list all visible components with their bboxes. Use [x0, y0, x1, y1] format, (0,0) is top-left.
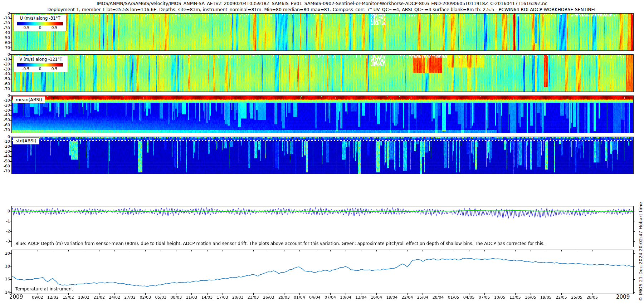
- y-tick-mark: [10, 292, 11, 293]
- x-tick-mark: [561, 293, 562, 295]
- y-tick-label: 18: [0, 264, 10, 269]
- y-tick-mark: [633, 253, 635, 254]
- depth-tick-label: -60: [0, 40, 10, 45]
- y-tick-mark: [633, 292, 635, 293]
- depth-tick-label: -50: [0, 35, 10, 40]
- depth-tick-label: -30: [0, 26, 10, 30]
- depth-tick-label: -30: [0, 67, 10, 72]
- y-tick-label: 16: [0, 277, 10, 281]
- y-tick-mark: [10, 151, 11, 152]
- y-tick-mark: [10, 279, 11, 280]
- depth-tick-label: 0: [0, 11, 10, 16]
- x-tick-mark: [361, 293, 361, 295]
- depth-tick-label: 0: [0, 52, 10, 57]
- y-tick-label: 20: [0, 251, 10, 256]
- date-tick-label: 29/03: [278, 295, 290, 300]
- panel-u-velocity: [11, 13, 634, 51]
- x-tick-mark: [376, 293, 377, 295]
- x-tick-mark: [299, 293, 300, 295]
- v-colorbar-tick-label: 0: [39, 67, 42, 71]
- x-tick-mark: [407, 293, 408, 295]
- depth-tick-label: -30: [0, 149, 10, 154]
- v-velocity-heatmap: [12, 55, 633, 92]
- date-tick-label: 13/05: [509, 295, 521, 300]
- date-tick-label: 19/04: [386, 295, 397, 300]
- y-tick-mark: [10, 166, 11, 166]
- y-tick-mark: [10, 110, 11, 111]
- y-tick-mark: [10, 221, 11, 221]
- mean-absi-heatmap: [12, 96, 633, 133]
- y-tick-mark: [633, 279, 635, 280]
- depth-tick-label: 0: [0, 134, 10, 139]
- adcp-mooring-figure: IMOS/ANMN/SA/SAM6IS/Velocity/IMOS_ANMN-S…: [0, 0, 644, 304]
- depth-tick-label: -50: [0, 159, 10, 163]
- y-tick-label: 0: [0, 209, 10, 214]
- depth-tick-label: -70: [0, 45, 10, 50]
- x-tick-mark: [284, 293, 284, 295]
- depth-tick-label: -40: [0, 113, 10, 117]
- panel-std-absi: [11, 137, 634, 174]
- y-tick-mark: [633, 211, 635, 211]
- y-tick-mark: [10, 171, 11, 171]
- u-colorbar: [17, 22, 63, 25]
- x-tick-mark: [438, 293, 438, 295]
- y-tick-label: 14: [0, 290, 10, 295]
- x-tick-mark: [392, 293, 392, 295]
- depth-tick-label: -10: [0, 98, 10, 103]
- x-tick-mark: [238, 293, 238, 295]
- date-tick-label: 22/04: [402, 295, 413, 300]
- depth-tick-label: -60: [0, 164, 10, 168]
- date-tick-label: 10/05: [494, 295, 506, 300]
- x-tick-mark: [500, 293, 500, 295]
- x-tick-mark: [161, 293, 161, 295]
- date-tick-label: 13/04: [355, 295, 367, 300]
- panel-depth-variation: Blue: ADCP Depth (m) variation from sens…: [11, 206, 634, 247]
- x-tick-mark: [469, 293, 469, 295]
- y-tick-mark: [10, 95, 11, 96]
- x-tick-mark: [546, 293, 546, 295]
- x-tick-mark: [454, 293, 454, 295]
- date-tick-label: 04/04: [309, 295, 321, 300]
- depth-tick-label: -30: [0, 108, 10, 113]
- date-tick-label: 17/03: [217, 295, 228, 300]
- date-tick-label: 20/03: [232, 295, 244, 300]
- y-tick-mark: [10, 18, 11, 19]
- y-tick-mark: [10, 13, 11, 14]
- y-tick-mark: [10, 84, 11, 84]
- x-tick-mark: [269, 293, 269, 295]
- depth-tick-label: -40: [0, 154, 10, 158]
- y-tick-mark: [10, 231, 11, 232]
- y-tick-mark: [633, 221, 635, 221]
- x-tick-mark: [423, 293, 423, 295]
- x-tick-mark: [484, 293, 485, 295]
- date-tick-label: 24/02: [109, 295, 120, 300]
- y-tick-mark: [10, 161, 11, 162]
- date-tick-label: 25/04: [417, 295, 429, 300]
- x-tick-mark: [191, 293, 192, 295]
- v-colorbar-tick-label: 0.5: [52, 67, 58, 71]
- depth-tick-label: -70: [0, 169, 10, 173]
- y-tick-mark: [633, 241, 635, 242]
- x-tick-mark: [145, 293, 146, 295]
- std-absi-heatmap: [12, 137, 633, 174]
- date-tick-label: 16/05: [525, 295, 536, 300]
- y-tick-mark: [10, 130, 11, 130]
- depth-tick-label: -50: [0, 118, 10, 122]
- x-tick-mark: [531, 293, 531, 295]
- y-tick-mark: [10, 48, 11, 48]
- x-tick-mark: [577, 293, 577, 295]
- temperature-line: [12, 250, 633, 294]
- date-tick-label: 07/05: [479, 295, 490, 300]
- y-tick-mark: [10, 125, 11, 125]
- x-tick-mark: [84, 293, 84, 295]
- date-tick-label: 28/04: [433, 295, 444, 300]
- date-tick-label: 04/05: [463, 295, 475, 300]
- y-tick-label: -3: [0, 239, 10, 244]
- date-tick-label: 11/03: [186, 295, 197, 300]
- x-tick-mark: [330, 293, 331, 295]
- date-tick-label: 21/02: [93, 295, 105, 300]
- date-tick-label: 25/05: [571, 295, 582, 300]
- panel-v-velocity: [11, 54, 634, 92]
- mean-absi-label: mean(ABSI): [13, 96, 45, 103]
- y-tick-mark: [10, 28, 11, 28]
